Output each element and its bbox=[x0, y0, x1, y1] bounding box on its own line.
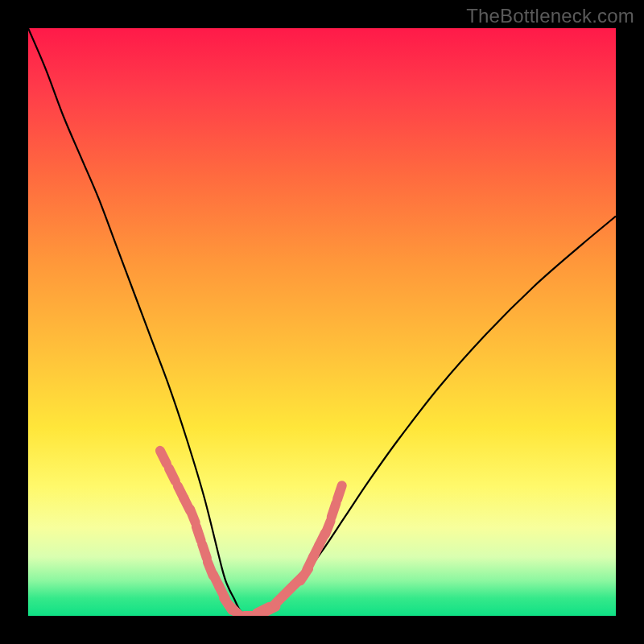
plot-area bbox=[28, 28, 616, 616]
watermark-text: TheBottleneck.com bbox=[466, 5, 634, 27]
curve-group bbox=[28, 28, 616, 616]
curve-marker bbox=[196, 526, 201, 540]
curve-svg bbox=[28, 28, 616, 616]
app-frame: TheBottleneck.com bbox=[0, 0, 644, 644]
marker-group bbox=[160, 451, 342, 616]
curve-marker bbox=[337, 485, 342, 499]
curve-marker bbox=[169, 469, 175, 481]
curve-marker bbox=[190, 510, 196, 523]
curve-marker bbox=[332, 503, 336, 517]
curve-marker bbox=[202, 544, 207, 558]
curve-marker bbox=[160, 451, 167, 464]
curve-marker bbox=[325, 521, 331, 535]
bottleneck-curve-path bbox=[28, 28, 616, 616]
